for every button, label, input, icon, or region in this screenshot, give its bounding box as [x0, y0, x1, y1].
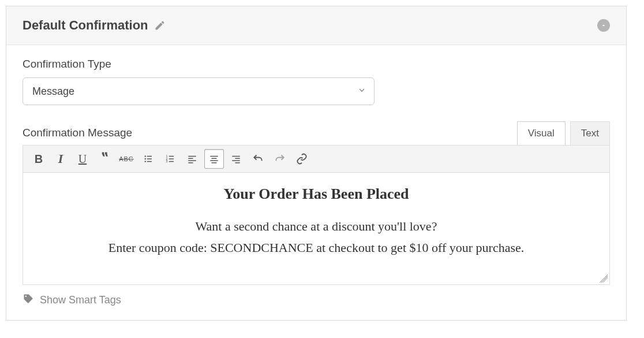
strikethrough-button[interactable]: ABC — [117, 149, 136, 169]
underline-button[interactable]: U — [73, 149, 92, 169]
pencil-icon[interactable] — [154, 20, 166, 31]
resize-handle[interactable] — [600, 274, 608, 283]
confirmation-type-label: Confirmation Type — [23, 58, 610, 70]
chevron-up-icon[interactable] — [597, 19, 610, 32]
svg-rect-23 — [235, 162, 240, 164]
svg-rect-11 — [169, 161, 174, 162]
align-right-button[interactable] — [226, 149, 246, 169]
svg-rect-20 — [232, 156, 240, 157]
panel-header: Default Confirmation — [6, 6, 626, 45]
panel-body: Confirmation Type Confirmation Message V… — [6, 45, 626, 320]
svg-rect-10 — [169, 158, 174, 159]
confirmation-message-label: Confirmation Message — [23, 127, 132, 139]
editor-line-2: Enter coupon code: SECONDCHANCE at check… — [108, 240, 525, 255]
align-left-button[interactable] — [182, 149, 202, 169]
svg-point-2 — [145, 161, 146, 162]
svg-rect-15 — [188, 162, 193, 164]
redo-button[interactable] — [270, 149, 290, 169]
svg-text:3: 3 — [166, 159, 168, 163]
quote-button[interactable]: ‟ — [95, 149, 114, 169]
panel-title: Default Confirmation — [23, 18, 148, 33]
editor-tabs: Visual Text — [517, 121, 610, 145]
tab-text[interactable]: Text — [570, 121, 610, 145]
editor-toolbar: B I U ‟ ABC 123 — [23, 146, 609, 173]
svg-rect-19 — [212, 162, 217, 164]
align-center-button[interactable] — [204, 149, 224, 169]
undo-button[interactable] — [248, 149, 268, 169]
svg-rect-21 — [235, 158, 240, 159]
svg-point-0 — [145, 155, 146, 157]
svg-rect-22 — [232, 160, 240, 161]
svg-rect-14 — [188, 160, 196, 161]
bold-button[interactable]: B — [29, 149, 48, 169]
tab-visual[interactable]: Visual — [517, 121, 566, 145]
confirmation-panel: Default Confirmation Confirmation Type C… — [6, 6, 627, 321]
rich-text-editor: B I U ‟ ABC 123 — [23, 145, 610, 285]
svg-rect-13 — [188, 158, 193, 159]
italic-button[interactable]: I — [51, 149, 70, 169]
svg-rect-12 — [188, 156, 196, 157]
svg-rect-5 — [147, 161, 152, 162]
smart-tags-label: Show Smart Tags — [40, 294, 121, 306]
svg-rect-9 — [169, 156, 174, 157]
svg-rect-16 — [210, 156, 218, 157]
confirmation-type-select[interactable] — [23, 77, 375, 105]
editor-content[interactable]: Your Order Has Been Placed Want a second… — [23, 173, 609, 284]
numbered-list-button[interactable]: 123 — [160, 149, 180, 169]
svg-rect-17 — [212, 158, 217, 159]
link-button[interactable] — [292, 149, 312, 169]
svg-point-1 — [145, 158, 146, 159]
bullet-list-button[interactable] — [138, 149, 158, 169]
svg-rect-4 — [147, 158, 152, 159]
editor-heading: Your Order Has Been Placed — [46, 185, 586, 203]
show-smart-tags-link[interactable]: Show Smart Tags — [23, 293, 610, 307]
svg-rect-3 — [147, 156, 152, 157]
editor-line-1: Want a second chance at a discount you'l… — [196, 219, 437, 233]
tag-icon — [23, 293, 34, 307]
svg-rect-18 — [210, 160, 218, 161]
